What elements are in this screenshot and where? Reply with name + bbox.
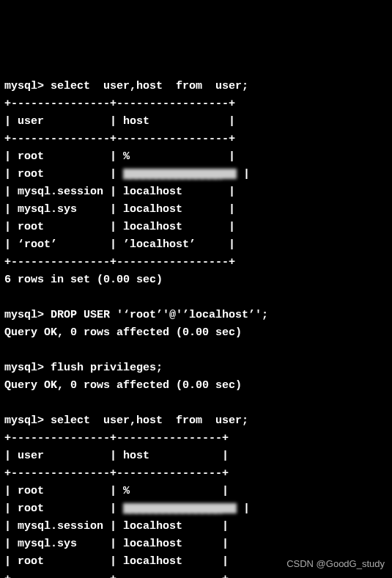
table-border: +---------------+----------------+: [4, 573, 229, 578]
redacted-host: xxxxxxxxxxxxxxx: [123, 169, 237, 179]
table-border: +---------------+----------------+: [4, 432, 229, 445]
table-row: | mysql.session | localhost |: [4, 186, 235, 198]
table-row: | root | % |: [4, 485, 229, 497]
table-row: | root | localhost |: [4, 555, 229, 568]
table-header: | user | host |: [4, 115, 235, 128]
prompt-line[interactable]: mysql> select user,host from user;: [4, 80, 248, 92]
table-header: | user | host |: [4, 450, 229, 462]
prompt-line[interactable]: mysql> flush privileges;: [4, 362, 163, 374]
prompt-line[interactable]: mysql> DROP USER '‘root’'@'’localhost’';: [4, 309, 268, 321]
table-border: +---------------+----------------+: [4, 467, 229, 480]
terminal-output: mysql> select user,host from user; +----…: [4, 78, 388, 578]
watermark: CSDN @GoodG_study: [286, 557, 385, 572]
table-row: | mysql.sys | localhost |: [4, 538, 229, 550]
table-row: | root | xxxxxxxxxxxxxxx |: [4, 502, 250, 515]
redacted-host: xxxxxxxxxxxxxxx: [123, 503, 237, 513]
table-row: | mysql.session | localhost |: [4, 520, 229, 533]
table-border: +---------------+-----------------+: [4, 256, 235, 268]
query-result: Query OK, 0 rows affected (0.00 sec): [4, 379, 242, 392]
result-footer: 6 rows in set (0.00 sec): [4, 274, 163, 286]
table-row: | mysql.sys | localhost |: [4, 203, 235, 216]
table-row: | root | xxxxxxxxxxxxxxx |: [4, 168, 250, 180]
prompt-line[interactable]: mysql> select user,host from user;: [4, 414, 248, 427]
table-border: +---------------+-----------------+: [4, 133, 235, 145]
query-result: Query OK, 0 rows affected (0.00 sec): [4, 326, 242, 339]
table-border: +---------------+-----------------+: [4, 98, 235, 110]
table-row: | root | localhost |: [4, 221, 235, 233]
table-row: | ‘root’ | ’localhost’ |: [4, 238, 235, 251]
table-row: | root | % |: [4, 150, 235, 163]
